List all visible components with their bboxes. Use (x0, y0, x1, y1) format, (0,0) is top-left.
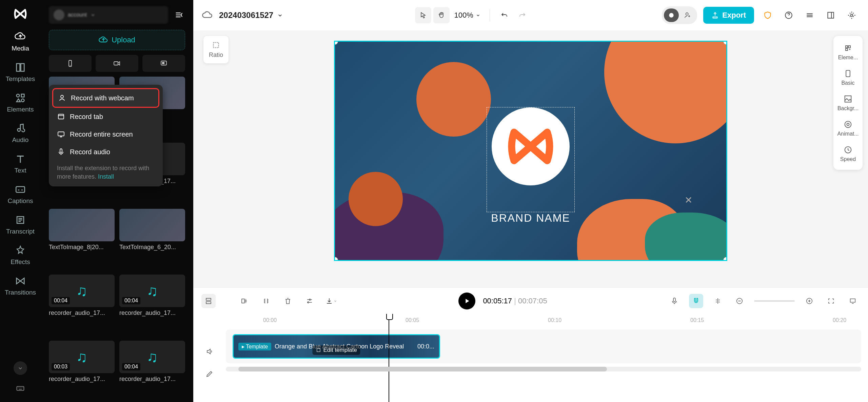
record-audio-item[interactable]: Record audio (52, 143, 159, 161)
zoom-slider[interactable] (754, 300, 795, 302)
media-item[interactable]: ♫00:04recorder_audio_17... (119, 341, 185, 402)
redo-button[interactable] (514, 7, 531, 23)
split-button[interactable] (259, 294, 273, 308)
media-panel: account Upload Record with webcam Re (41, 0, 193, 402)
export-button[interactable]: Export (703, 7, 754, 24)
upload-button[interactable]: Upload (49, 30, 185, 50)
nav-keyboard[interactable] (14, 382, 27, 395)
mute-track-button[interactable] (202, 344, 217, 359)
timeline-ruler[interactable]: 00:0000:0500:1000:1500:20 (226, 314, 868, 329)
user-icon (668, 12, 675, 19)
zoom-out-button[interactable] (732, 294, 747, 308)
record-webcam-item[interactable]: Record with webcam (52, 88, 159, 108)
media-item[interactable]: ♫00:04recorder_audio_17... (119, 275, 185, 336)
minus-circle-icon (736, 297, 743, 305)
expand-button[interactable] (846, 294, 860, 308)
shield-button[interactable] (760, 8, 775, 23)
transcript-icon (15, 214, 26, 226)
rdock-backgr[interactable]: Backgr... (833, 90, 863, 116)
nav-transcript[interactable]: Transcript (0, 211, 41, 239)
nav-media[interactable]: Media (0, 28, 41, 56)
resize-handle-tl[interactable] (334, 41, 338, 45)
zoom-level[interactable]: 100% (454, 11, 481, 20)
zoom-in-button[interactable] (802, 294, 816, 308)
media-item[interactable]: TextToImage_8|20... (49, 209, 115, 270)
record-tab-item[interactable]: Record tab (52, 108, 159, 125)
device-screen-button[interactable] (142, 55, 185, 72)
nav-more[interactable] (14, 361, 27, 375)
device-phone-button[interactable] (49, 55, 92, 72)
nav-label: Transitions (5, 289, 36, 296)
timeline-scrollbar[interactable] (226, 367, 861, 371)
settings-button[interactable] (844, 8, 859, 23)
nav-text[interactable]: Text (0, 150, 41, 178)
video-camera-icon (113, 59, 121, 67)
resize-handle-br[interactable] (723, 257, 727, 261)
dropdown-item-label: Record audio (70, 148, 110, 156)
cloud-sync-icon[interactable] (202, 10, 213, 21)
nav-effects[interactable]: Effects (0, 241, 41, 269)
install-link[interactable]: Install (98, 173, 114, 180)
voiceover-button[interactable] (667, 294, 682, 308)
timeline-clip[interactable]: ▸ Template Orange and Blue Abstract Cart… (233, 334, 440, 359)
media-item[interactable]: ♫00:04recorder_audio_17... (49, 275, 115, 336)
svg-rect-13 (58, 114, 64, 119)
svg-rect-6 (17, 386, 24, 390)
rdock-speed[interactable]: Speed (833, 141, 863, 166)
fit-button[interactable] (824, 294, 838, 308)
app-logo[interactable] (12, 5, 29, 22)
nav-captions[interactable]: Captions (0, 180, 41, 208)
project-name[interactable]: 202403061527 (219, 11, 283, 20)
snap-button[interactable] (711, 294, 725, 308)
ruler-tick: 00:20 (833, 317, 846, 323)
cloud-upload-icon (99, 35, 108, 45)
svg-rect-32 (673, 298, 675, 302)
device-camera-button[interactable] (96, 55, 138, 72)
timeline-tracks[interactable]: ▸ Template Orange and Blue Abstract Cart… (226, 329, 861, 363)
media-name: recorder_audio_17... (49, 309, 115, 317)
hand-tool-button[interactable] (433, 7, 450, 23)
rdock-animat[interactable]: Animat... (833, 116, 863, 141)
delete-button[interactable] (281, 294, 295, 308)
crop-icon (212, 41, 220, 49)
magnet-button[interactable] (689, 294, 703, 308)
account-selector[interactable]: account (49, 6, 168, 24)
brand-text[interactable]: BRAND NAME (491, 212, 570, 224)
download-button[interactable] (324, 294, 338, 308)
play-button[interactable] (458, 293, 475, 309)
align-center-icon (714, 297, 722, 305)
nav-transitions[interactable]: Transitions (0, 272, 41, 300)
rdock-label: Animat... (837, 131, 859, 137)
clip-end-time: 00:0... (417, 343, 434, 350)
rdock-basic[interactable]: Basic (833, 65, 863, 90)
layers-button[interactable] (802, 8, 817, 23)
nav-templates[interactable]: Templates (0, 58, 41, 86)
cursor-tool-button[interactable] (415, 7, 431, 23)
split-left-button[interactable] (237, 294, 252, 308)
adjust-button[interactable] (302, 294, 317, 308)
media-item[interactable]: TextToImage_6_20... (119, 209, 185, 270)
nav-elements[interactable]: Elements (0, 89, 41, 117)
media-thumbnail: ♫00:04 (119, 275, 185, 307)
media-item[interactable]: ♫00:03recorder_audio_17... (49, 341, 115, 402)
media-thumbnail: ♫00:03 (49, 341, 115, 373)
monitor-icon (57, 130, 65, 138)
rdock-eleme[interactable]: Eleme... (833, 39, 863, 65)
edit-track-button[interactable] (202, 367, 217, 381)
preview-canvas[interactable]: ✚ ✕ BRAND NAME (334, 41, 727, 261)
user-avatar[interactable] (664, 8, 679, 22)
panels-button[interactable] (823, 8, 838, 23)
playhead[interactable] (389, 314, 389, 402)
undo-button[interactable] (496, 7, 512, 23)
nav-audio[interactable]: Audio (0, 119, 41, 147)
record-screen-item[interactable]: Record entire screen (52, 125, 159, 143)
menu-right-icon (174, 10, 184, 20)
edit-template-button[interactable]: Edit template (312, 345, 360, 355)
svg-point-4 (21, 99, 24, 102)
panel-menu-button[interactable] (173, 9, 185, 21)
help-button[interactable] (781, 8, 796, 23)
add-collaborator-button[interactable] (680, 8, 695, 22)
ratio-button[interactable]: Ratio (203, 36, 229, 63)
layer-button[interactable] (201, 294, 216, 308)
selection-box[interactable] (487, 107, 575, 212)
